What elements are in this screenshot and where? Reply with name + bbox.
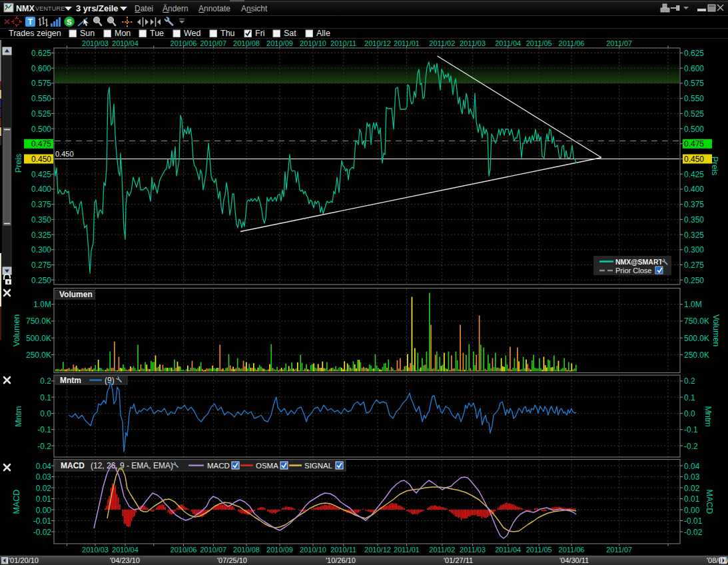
svg-text:0.375: 0.375 <box>31 200 51 209</box>
svg-text:OSMA: OSMA <box>256 462 278 470</box>
svg-text:2011/02: 2011/02 <box>429 546 455 554</box>
svg-text:0.275: 0.275 <box>31 261 51 270</box>
svg-text:0.250: 0.250 <box>684 276 704 285</box>
svg-text:0.625: 0.625 <box>684 49 704 58</box>
svg-text:0.1: 0.1 <box>684 393 695 402</box>
svg-text:0.600: 0.600 <box>684 64 704 73</box>
svg-text:0.325: 0.325 <box>31 231 51 240</box>
svg-text:0.300: 0.300 <box>684 245 704 255</box>
svg-text:0.450: 0.450 <box>684 155 704 164</box>
svg-text:0.0: 0.0 <box>40 409 51 418</box>
svg-text:3 yrs/Zeile: 3 yrs/Zeile <box>76 3 119 13</box>
svg-text:2011/01: 2011/01 <box>394 546 420 554</box>
svg-text:2011/03: 2011/03 <box>460 546 486 554</box>
svg-text:'07/25/10: '07/25/10 <box>217 556 247 564</box>
svg-text:Ansicht: Ansicht <box>241 4 268 13</box>
svg-text:0.00: 0.00 <box>36 506 52 515</box>
svg-text:0.275: 0.275 <box>684 261 704 270</box>
svg-text:Tue: Tue <box>150 29 164 38</box>
svg-text:2011/05: 2011/05 <box>526 546 552 554</box>
svg-text:0.525: 0.525 <box>684 109 704 119</box>
svg-text:Fri: Fri <box>255 29 265 38</box>
svg-text:NMX: NMX <box>16 4 35 13</box>
svg-text:2010/11: 2010/11 <box>330 546 356 554</box>
svg-text:0.02: 0.02 <box>36 484 52 493</box>
svg-text:0.575: 0.575 <box>684 79 704 88</box>
svg-text:-0.02: -0.02 <box>684 528 703 537</box>
svg-text:2011/06: 2011/06 <box>559 546 585 554</box>
svg-text:0.525: 0.525 <box>31 109 51 119</box>
svg-text:Ändern: Ändern <box>163 4 188 13</box>
svg-text:0.625: 0.625 <box>31 49 51 58</box>
svg-text:2010/04: 2010/04 <box>112 546 139 554</box>
svg-text:MACD: MACD <box>207 462 230 470</box>
svg-text:SIGNAL: SIGNAL <box>304 462 333 470</box>
svg-text:-0.2: -0.2 <box>684 442 698 451</box>
svg-text:0.500: 0.500 <box>684 125 704 134</box>
svg-text:'08/01/11: '08/01/11 <box>707 556 728 564</box>
svg-text:2011/07: 2011/07 <box>606 546 632 554</box>
svg-text:0.0: 0.0 <box>684 409 695 418</box>
svg-text:0.450: 0.450 <box>55 150 74 158</box>
svg-text:2010/03: 2010/03 <box>82 546 109 554</box>
svg-text:0.350: 0.350 <box>684 215 704 225</box>
svg-text:Preis: Preis <box>14 154 23 173</box>
svg-text:500.0K: 500.0K <box>26 334 51 343</box>
svg-text:MACD: MACD <box>705 490 714 514</box>
svg-text:0.575: 0.575 <box>31 79 51 88</box>
svg-text:0.350: 0.350 <box>31 215 51 225</box>
svg-text:-0.01: -0.01 <box>33 516 52 526</box>
svg-text:-0.1: -0.1 <box>37 425 51 434</box>
svg-text:750.0K: 750.0K <box>26 316 51 326</box>
svg-text:Alle: Alle <box>316 29 330 38</box>
svg-text:2010/09: 2010/09 <box>266 546 293 554</box>
svg-text:T: T <box>28 17 33 27</box>
svg-text:2010/07: 2010/07 <box>200 546 226 554</box>
svg-text:Volumen: Volumen <box>59 290 93 299</box>
svg-text:Thu: Thu <box>220 29 235 38</box>
svg-text:0.425: 0.425 <box>684 170 704 179</box>
svg-text:250.0K: 250.0K <box>26 350 51 360</box>
svg-text:0.03: 0.03 <box>36 472 52 482</box>
svg-text:0.2: 0.2 <box>684 376 695 386</box>
svg-text:Mon: Mon <box>115 29 131 38</box>
svg-text:'01/27/11: '01/27/11 <box>444 556 473 564</box>
svg-text:S: S <box>67 18 71 26</box>
svg-text:0.400: 0.400 <box>684 185 704 194</box>
svg-text:2010/06: 2010/06 <box>171 546 197 554</box>
svg-text:(9): (9) <box>105 376 115 385</box>
svg-text:0.500: 0.500 <box>31 125 51 134</box>
svg-text:1.0M: 1.0M <box>33 300 51 309</box>
svg-text:750.0K: 750.0K <box>684 316 709 326</box>
svg-text:'04/23/10: '04/23/10 <box>110 556 140 564</box>
svg-text:Trades zeigen: Trades zeigen <box>9 29 61 38</box>
svg-text:Preis: Preis <box>710 157 719 175</box>
svg-text:0.01: 0.01 <box>684 494 700 504</box>
svg-text:0.03: 0.03 <box>684 472 700 482</box>
svg-text:Mntm: Mntm <box>60 376 81 385</box>
svg-text:-0.1: -0.1 <box>684 425 698 434</box>
svg-text:Sat: Sat <box>284 29 296 38</box>
svg-text:0.2: 0.2 <box>40 376 51 386</box>
svg-text:500.0K: 500.0K <box>684 334 709 343</box>
svg-text:0.550: 0.550 <box>31 94 51 103</box>
svg-text:NMX@SMART: NMX@SMART <box>615 258 663 266</box>
svg-text:0.04: 0.04 <box>36 462 52 471</box>
svg-text:0.600: 0.600 <box>31 64 51 73</box>
svg-text:0.1: 0.1 <box>40 393 51 402</box>
svg-text:2010/08: 2010/08 <box>233 546 260 554</box>
svg-text:Wed: Wed <box>184 29 201 38</box>
svg-text:'01/20/10: '01/20/10 <box>9 556 39 564</box>
svg-text:2010/12: 2010/12 <box>364 546 391 554</box>
svg-text:0.450: 0.450 <box>31 155 51 164</box>
svg-text:Datei: Datei <box>135 4 153 13</box>
svg-text:'10/26/10: '10/26/10 <box>326 556 356 564</box>
svg-text:0.04: 0.04 <box>684 462 700 471</box>
svg-text:0.01: 0.01 <box>36 494 52 504</box>
svg-text:Prior Close: Prior Close <box>615 267 651 275</box>
svg-text:Annotate: Annotate <box>198 4 230 13</box>
svg-text:0.550: 0.550 <box>684 94 704 103</box>
svg-text:1.0M: 1.0M <box>684 300 702 309</box>
svg-text:Volumen: Volumen <box>12 314 21 347</box>
svg-text:0.325: 0.325 <box>684 231 704 240</box>
